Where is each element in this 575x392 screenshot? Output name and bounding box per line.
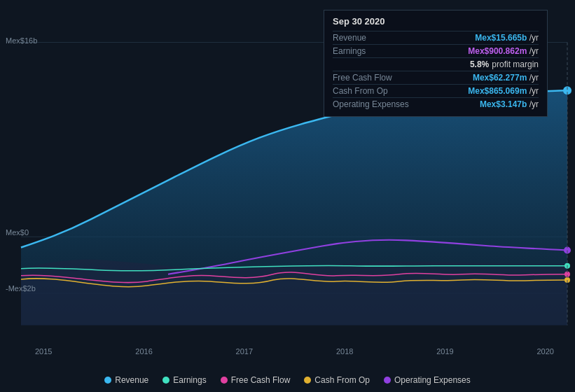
opex-label: Operating Expenses	[333, 99, 409, 109]
legend-fcf-label: Free Cash Flow	[231, 375, 291, 385]
cashop-value: Mex$865.069m /yr	[468, 86, 539, 96]
legend-revenue-label: Revenue	[115, 375, 148, 385]
x-label-2019: 2019	[436, 347, 453, 356]
legend-revenue[interactable]: Revenue	[104, 375, 148, 385]
legend-fcf[interactable]: Free Cash Flow	[221, 375, 291, 385]
tooltip-row-cashop: Cash From Op Mex$865.069m /yr	[333, 84, 539, 97]
legend-earnings-label: Earnings	[173, 375, 206, 385]
fcf-dot	[221, 377, 228, 384]
tooltip-row-opex: Operating Expenses Mex$3.147b /yr	[333, 97, 539, 111]
y-label-neg2b: -Mex$2b	[6, 284, 36, 293]
margin-value: 5.8%	[470, 59, 489, 69]
revenue-label: Revenue	[333, 33, 366, 43]
earnings-value: Mex$900.862m /yr	[468, 46, 539, 56]
fcf-label: Free Cash Flow	[333, 73, 392, 83]
legend-earnings[interactable]: Earnings	[162, 375, 206, 385]
y-label-0: Mex$0	[6, 228, 29, 237]
legend-cashop-label: Cash From Op	[314, 375, 370, 385]
cashop-label: Cash From Op	[333, 86, 388, 96]
tooltip-card: Sep 30 2020 Revenue Mex$15.665b /yr Earn…	[324, 10, 548, 117]
opex-value: Mex$3.147b /yr	[480, 99, 539, 109]
x-label-2017: 2017	[236, 347, 253, 356]
tooltip-date: Sep 30 2020	[333, 16, 539, 27]
x-label-2015: 2015	[35, 347, 52, 356]
chart-legend: Revenue Earnings Free Cash Flow Cash Fro…	[0, 375, 575, 385]
earnings-label: Earnings	[333, 46, 366, 56]
revenue-value: Mex$15.665b /yr	[475, 33, 539, 43]
tooltip-row-earnings: Earnings Mex$900.862m /yr	[333, 44, 539, 57]
fcf-value: Mex$62.277m /yr	[473, 73, 539, 83]
opex-dot	[384, 377, 391, 384]
legend-cashop[interactable]: Cash From Op	[304, 375, 370, 385]
legend-opex-label: Operating Expenses	[394, 375, 471, 385]
margin-label: profit margin	[492, 59, 539, 69]
revenue-dot	[104, 377, 111, 384]
earnings-dot	[162, 377, 169, 384]
legend-opex[interactable]: Operating Expenses	[384, 375, 471, 385]
x-label-2016: 2016	[135, 347, 152, 356]
cashop-dot	[304, 377, 311, 384]
margin-row: 5.8% profit margin	[333, 57, 539, 71]
tooltip-row-fcf: Free Cash Flow Mex$62.277m /yr	[333, 71, 539, 84]
x-label-2018: 2018	[336, 347, 353, 356]
x-label-2020: 2020	[536, 347, 553, 356]
tooltip-row-revenue: Revenue Mex$15.665b /yr	[333, 31, 539, 44]
y-label-16b: Mex$16b	[6, 36, 37, 45]
